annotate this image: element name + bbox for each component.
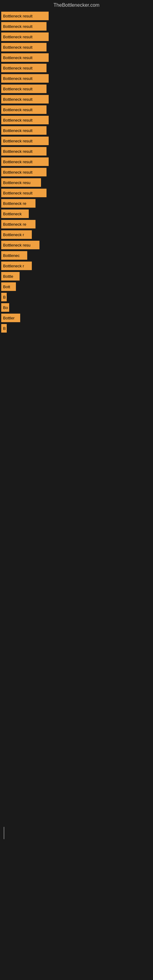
bar-row: Bottleneck result — [1, 147, 153, 156]
bottleneck-bar-24[interactable]: Bottleneck r — [1, 261, 32, 270]
bar-row: Bottlenec — [1, 251, 153, 260]
bar-row: Bottleneck re — [1, 220, 153, 229]
bar-row: Bottleneck result — [1, 12, 153, 20]
bar-row: Bottleneck resu — [1, 241, 153, 249]
bottleneck-bar-4[interactable]: Bottleneck result — [1, 53, 49, 62]
bars-container: Bottleneck resultBottleneck resultBottle… — [0, 9, 153, 332]
bottleneck-bar-19[interactable]: Bottleneck — [1, 210, 29, 218]
bar-row: B — [1, 293, 153, 301]
bar-row: Bottleneck result — [1, 116, 153, 124]
bar-row: Bottleneck result — [1, 189, 153, 197]
bar-row: Bottleneck result — [1, 43, 153, 51]
bottleneck-bar-25[interactable]: Bottle — [1, 272, 19, 280]
bar-row: Bottleneck result — [1, 126, 153, 135]
bar-row: Bo — [1, 303, 153, 312]
bar-row: Bottler — [1, 313, 153, 322]
bottleneck-bar-27[interactable]: B — [1, 293, 7, 301]
bar-row: Bottleneck result — [1, 168, 153, 177]
bottleneck-bar-18[interactable]: Bottleneck re — [1, 199, 35, 208]
bottleneck-bar-15[interactable]: Bottleneck result — [1, 168, 46, 177]
bar-row: Bott — [1, 282, 153, 291]
bar-row: Bottleneck r — [1, 261, 153, 270]
bottleneck-bar-0[interactable]: Bottleneck result — [1, 12, 49, 20]
bar-row: Bottleneck result — [1, 105, 153, 114]
bottleneck-bar-29[interactable]: Bottler — [1, 313, 20, 322]
bottleneck-bar-3[interactable]: Bottleneck result — [1, 43, 46, 51]
bottleneck-bar-7[interactable]: Bottleneck result — [1, 84, 46, 93]
bottleneck-bar-21[interactable]: Bottleneck r — [1, 230, 32, 239]
bottleneck-bar-1[interactable]: Bottleneck result — [1, 22, 46, 30]
bar-row: Bottleneck result — [1, 158, 153, 166]
bottleneck-bar-10[interactable]: Bottleneck result — [1, 116, 49, 124]
bottleneck-bar-16[interactable]: Bottleneck resu — [1, 178, 41, 187]
bottleneck-bar-11[interactable]: Bottleneck result — [1, 126, 46, 135]
bottleneck-bar-13[interactable]: Bottleneck result — [1, 147, 46, 156]
bar-row: Bottleneck result — [1, 137, 153, 145]
bar-row: Bottleneck result — [1, 64, 153, 72]
bar-row: Bottleneck r — [1, 230, 153, 239]
bottleneck-bar-8[interactable]: Bottleneck result — [1, 95, 49, 103]
bar-row: Bottleneck result — [1, 74, 153, 83]
bar-row: Bottleneck re — [1, 199, 153, 208]
bottleneck-bar-17[interactable]: Bottleneck result — [1, 189, 46, 197]
bar-row: Bottleneck result — [1, 53, 153, 62]
site-title: TheBottlenecker.com — [0, 0, 153, 9]
bottleneck-bar-2[interactable]: Bottleneck result — [1, 32, 49, 41]
bottleneck-bar-14[interactable]: Bottleneck result — [1, 158, 49, 166]
bottleneck-bar-22[interactable]: Bottleneck resu — [1, 241, 40, 249]
bar-row: Bottleneck — [1, 210, 153, 218]
bar-row: Bottleneck result — [1, 22, 153, 30]
bottleneck-bar-20[interactable]: Bottleneck re — [1, 220, 35, 229]
bottleneck-bar-26[interactable]: Bott — [1, 282, 16, 291]
bar-row: Bottleneck result — [1, 32, 153, 41]
bar-row: B — [1, 324, 153, 332]
bar-row: Bottleneck resu — [1, 178, 153, 187]
bar-row: Bottleneck result — [1, 84, 153, 93]
bottleneck-bar-30[interactable]: B — [1, 324, 7, 332]
bottleneck-bar-28[interactable]: Bo — [1, 303, 9, 312]
bottleneck-bar-23[interactable]: Bottlenec — [1, 251, 27, 260]
bar-row: Bottleneck result — [1, 95, 153, 103]
cursor-line — [4, 827, 4, 839]
bottleneck-bar-12[interactable]: Bottleneck result — [1, 137, 49, 145]
bottleneck-bar-9[interactable]: Bottleneck result — [1, 105, 46, 114]
bottleneck-bar-6[interactable]: Bottleneck result — [1, 74, 49, 83]
bottleneck-bar-5[interactable]: Bottleneck result — [1, 64, 46, 72]
bar-row: Bottle — [1, 272, 153, 280]
